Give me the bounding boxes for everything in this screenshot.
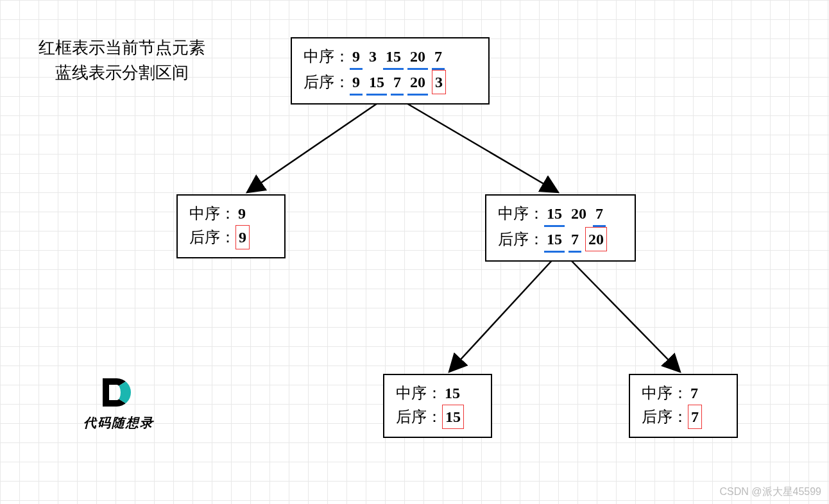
legend-text: 红框表示当前节点元素 蓝线表示分割区间	[19, 35, 225, 85]
sequence-row: 中序：15 20 7	[498, 202, 623, 227]
sequence-value: 20	[585, 227, 607, 251]
tree-node-right-right: 中序：7后序：7	[629, 374, 738, 438]
svg-line-2	[449, 257, 555, 372]
sequence-label: 后序：	[189, 229, 235, 246]
sequence-values: 7	[688, 408, 702, 425]
sequence-value: 20	[407, 71, 428, 96]
sequence-row: 后序：15 7 20	[498, 227, 623, 253]
sequence-value: 9	[350, 71, 363, 96]
sequence-value: 7	[568, 228, 581, 253]
sequence-value: 7	[593, 202, 606, 227]
sequence-label: 后序：	[498, 231, 544, 248]
sequence-values: 9	[235, 229, 250, 246]
sequence-row: 中序：9 3 15 20 7	[303, 45, 477, 70]
sequence-label: 后序：	[396, 408, 442, 425]
sequence-values: 15	[442, 408, 464, 425]
sequence-row: 后序：9	[189, 225, 273, 249]
sequence-label: 后序：	[642, 408, 688, 425]
sequence-values: 9 15 7 20 3	[350, 74, 446, 90]
sequence-value: 9	[235, 202, 248, 225]
sequence-value: 15	[442, 382, 463, 405]
sequence-row: 后序：7	[642, 405, 725, 429]
tree-node-left: 中序：9后序：9	[176, 194, 286, 258]
sequence-value: 9	[235, 225, 250, 249]
sequence-label: 后序：	[303, 74, 350, 90]
sequence-label: 中序：	[303, 48, 350, 65]
tree-node-root: 中序：9 3 15 20 7后序：9 15 7 20 3	[291, 37, 490, 105]
logo-icon	[103, 378, 135, 410]
sequence-value: 15	[544, 228, 565, 253]
sequence-value: 15	[544, 202, 565, 227]
sequence-value: 20	[407, 45, 428, 70]
sequence-row: 中序：9	[189, 202, 273, 225]
sequence-values: 9	[235, 205, 248, 222]
sequence-label: 中序：	[498, 205, 544, 222]
sequence-value: 20	[568, 202, 589, 225]
svg-line-3	[568, 257, 680, 372]
legend-line1: 红框表示当前节点元素	[19, 35, 225, 60]
legend-line2: 蓝线表示分割区间	[19, 60, 225, 85]
sequence-value: 7	[688, 405, 702, 429]
logo: 代码随想录	[83, 378, 154, 432]
svg-line-0	[247, 98, 385, 192]
sequence-value: 3	[366, 45, 379, 68]
sequence-label: 中序：	[189, 205, 235, 222]
sequence-values: 15 20 7	[544, 205, 606, 222]
sequence-values: 15	[442, 385, 463, 401]
sequence-value: 15	[383, 45, 404, 70]
sequence-row: 中序：7	[642, 382, 725, 405]
tree-node-right: 中序：15 20 7后序：15 7 20	[485, 194, 636, 262]
sequence-value: 7	[391, 71, 404, 96]
sequence-row: 后序：9 15 7 20 3	[303, 70, 477, 96]
sequence-label: 中序：	[396, 385, 442, 401]
sequence-value: 15	[442, 405, 464, 429]
sequence-value: 9	[350, 45, 363, 70]
sequence-value: 3	[432, 70, 446, 94]
sequence-row: 中序：15	[396, 382, 479, 405]
sequence-values: 15 7 20	[544, 231, 607, 248]
sequence-values: 9 3 15 20 7	[350, 48, 445, 65]
sequence-value: 7	[688, 382, 701, 405]
watermark: CSDN @派大星45599	[719, 485, 821, 499]
sequence-value: 15	[366, 71, 387, 96]
sequence-value: 7	[432, 45, 445, 70]
logo-text: 代码随想录	[83, 414, 154, 432]
sequence-label: 中序：	[642, 385, 688, 401]
svg-line-1	[398, 98, 558, 192]
tree-node-right-left: 中序：15后序：15	[383, 374, 492, 438]
sequence-values: 7	[688, 385, 701, 401]
sequence-row: 后序：15	[396, 405, 479, 429]
